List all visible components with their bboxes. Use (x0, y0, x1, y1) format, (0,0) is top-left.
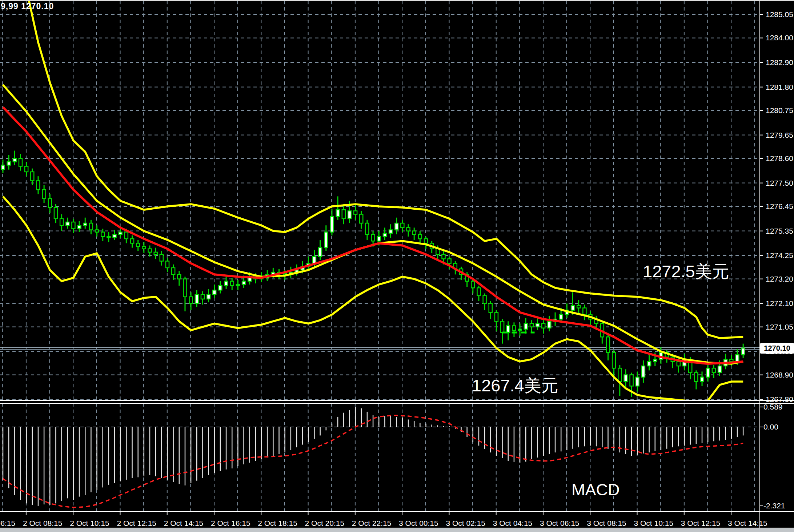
svg-text:1276.45: 1276.45 (766, 202, 793, 210)
upper-band-price-annotation[interactable]: 1272.5美元 (643, 260, 729, 283)
svg-text:1271.05: 1271.05 (766, 323, 793, 331)
svg-text:2 Oct 12:15: 2 Oct 12:15 (117, 519, 156, 527)
svg-text:2 Oct 08:15: 2 Oct 08:15 (23, 519, 63, 527)
svg-text:1279.65: 1279.65 (766, 131, 793, 139)
svg-text:2 Oct 22:15: 2 Oct 22:15 (352, 519, 392, 527)
current-price-tag: 1270.10 (760, 343, 794, 354)
svg-text:3 Oct 10:15: 3 Oct 10:15 (634, 519, 674, 527)
svg-text:1281.80: 1281.80 (766, 83, 793, 91)
svg-text:2 Oct 14:15: 2 Oct 14:15 (164, 519, 204, 527)
svg-text:3 Oct 14:15: 3 Oct 14:15 (728, 519, 767, 527)
svg-text:1274.25: 1274.25 (766, 251, 793, 259)
lower-band-price-annotation[interactable]: 1267.4美元 (472, 374, 558, 397)
bottom-scrollbar-strip[interactable] (0, 528, 794, 532)
svg-text:3 Oct 00:15: 3 Oct 00:15 (399, 519, 438, 527)
svg-text:3 Oct 12:15: 3 Oct 12:15 (681, 519, 721, 527)
svg-text:1282.90: 1282.90 (766, 58, 793, 66)
trading-chart-window: 1285.051284.001282.901281.801280.751279.… (0, 0, 794, 532)
svg-text:0.589: 0.589 (763, 403, 783, 411)
svg-text:1268.90: 1268.90 (766, 371, 793, 379)
svg-text:1267.80: 1267.80 (766, 395, 793, 403)
svg-text:3 Oct 02:15: 3 Oct 02:15 (446, 519, 485, 527)
svg-text:1284.00: 1284.00 (766, 33, 793, 42)
svg-text:-2.321: -2.321 (763, 501, 785, 510)
ohlc-overlay-text: 9,99 1270.10 (1, 1, 54, 11)
svg-text:2 Oct 10:15: 2 Oct 10:15 (70, 519, 109, 527)
svg-text:0.00: 0.00 (763, 423, 778, 431)
svg-text:3 Oct 08:15: 3 Oct 08:15 (587, 519, 626, 527)
svg-text:1285.05: 1285.05 (766, 10, 793, 19)
svg-text:1272.10: 1272.10 (766, 299, 793, 307)
svg-text:2 Oct 18:15: 2 Oct 18:15 (258, 519, 297, 527)
svg-text:1277.50: 1277.50 (766, 179, 793, 187)
svg-text:1280.75: 1280.75 (766, 106, 793, 114)
svg-text:2 Oct 20:15: 2 Oct 20:15 (305, 519, 345, 527)
macd-indicator-label: MACD (572, 480, 620, 499)
svg-text:3 Oct 04:15: 3 Oct 04:15 (493, 519, 533, 527)
svg-text:1273.20: 1273.20 (766, 275, 793, 283)
svg-text:1278.60: 1278.60 (766, 154, 793, 162)
svg-text:3 Oct 06:15: 3 Oct 06:15 (540, 519, 580, 527)
svg-text:1275.35: 1275.35 (766, 227, 793, 235)
svg-text:2 Oct 06:15: 2 Oct 06:15 (0, 519, 15, 527)
svg-text:2 Oct 16:15: 2 Oct 16:15 (211, 519, 250, 527)
